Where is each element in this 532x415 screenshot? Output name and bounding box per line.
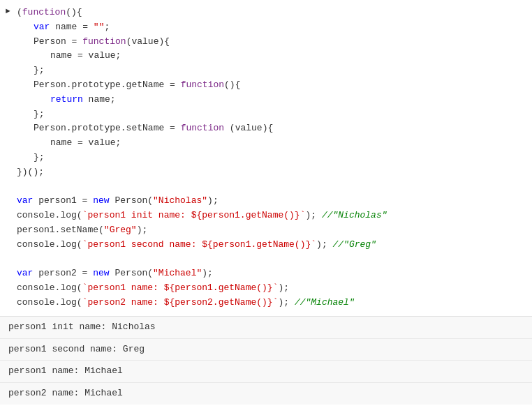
code-line-4: name = value; bbox=[0, 49, 532, 63]
code-line-9: Person.prototype.setName = function (val… bbox=[0, 121, 532, 136]
output-line-2: person1 second name: Greg bbox=[0, 339, 532, 361]
code-line-1: ► (function(){ bbox=[0, 6, 532, 20]
code-line-19: console.log(`person2 name: ${person2.get… bbox=[0, 296, 532, 310]
code-line-6: Person.prototype.getName = function(){ bbox=[0, 78, 532, 93]
toggle-button[interactable]: ► bbox=[6, 6, 14, 18]
code-line-3: Person = function(value){ bbox=[0, 35, 532, 50]
code-line-13: var person1 = new Person("Nicholas"); bbox=[0, 194, 532, 209]
code-line-5: }; bbox=[0, 63, 532, 78]
code-line-blank2 bbox=[0, 252, 532, 267]
code-line-blank1 bbox=[0, 180, 532, 195]
code-editor: ► (function(){ var name = ""; Person = f… bbox=[0, 0, 532, 317]
code-line-11: }; bbox=[0, 151, 532, 165]
code-line-2: var name = ""; bbox=[0, 20, 532, 35]
code-line-12: })(); bbox=[0, 165, 532, 180]
code-line-7: return name; bbox=[0, 93, 532, 107]
output-line-3: person1 name: Michael bbox=[0, 361, 532, 383]
code-line-15: person1.setName("Greg"); bbox=[0, 223, 532, 238]
code-line-17: var person2 = new Person("Michael"); bbox=[0, 266, 532, 281]
output-line-1: person1 init name: Nicholas bbox=[0, 317, 532, 339]
code-line-18: console.log(`person1 name: ${person1.get… bbox=[0, 281, 532, 296]
output-area: person1 init name: Nicholas person1 seco… bbox=[0, 317, 532, 405]
code-line-10: name = value; bbox=[0, 136, 532, 151]
code-line-8: }; bbox=[0, 107, 532, 122]
code-line-14: console.log(`person1 init name: ${person… bbox=[0, 209, 532, 223]
output-line-4: person2 name: Michael bbox=[0, 383, 532, 405]
code-line-16: console.log(`person1 second name: ${pers… bbox=[0, 238, 532, 252]
